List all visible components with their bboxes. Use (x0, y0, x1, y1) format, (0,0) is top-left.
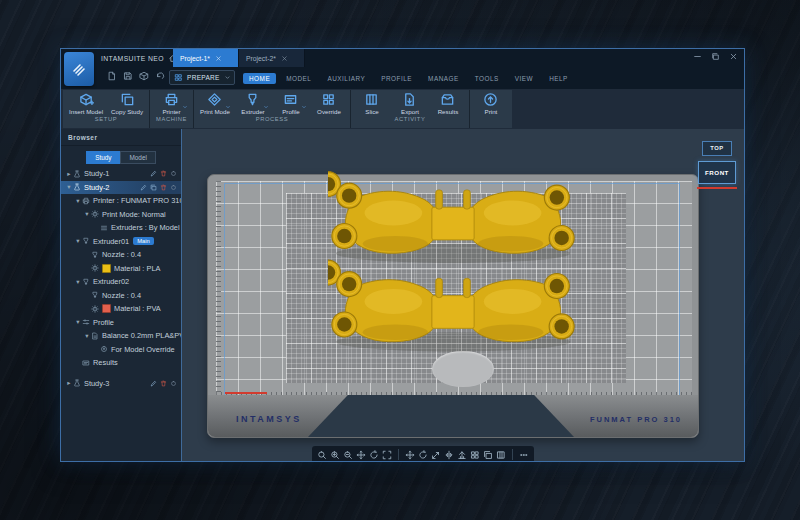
results-button[interactable]: Results (433, 92, 463, 115)
chevron-down-icon[interactable] (263, 104, 269, 110)
tree-item-material-pva[interactable]: Material : PVA (61, 302, 181, 316)
tree-expander[interactable]: ▾ (74, 318, 82, 326)
project-tab-2[interactable]: Project-2* (239, 49, 305, 67)
copy-study-button[interactable]: Copy Study (111, 92, 143, 115)
delete-action-icon[interactable] (160, 170, 167, 177)
export-button[interactable]: Export (395, 92, 425, 115)
tree-item-printer-funmat-pro-310[interactable]: ▾Printer : FUNMAT PRO 310 (61, 194, 181, 208)
project-tab-label: Project-1* (180, 55, 210, 62)
tree-item-study-3[interactable]: ▸Study-3 (61, 377, 181, 391)
menu-item-auxiliary[interactable]: AUXILIARY (321, 73, 371, 84)
rotate-view-button[interactable] (369, 450, 379, 460)
support-button[interactable] (457, 450, 467, 460)
tree-item-extruder02[interactable]: ▾Extruder02 (61, 275, 181, 289)
arrange-button[interactable] (470, 450, 480, 460)
menu-item-tools[interactable]: TOOLS (469, 73, 505, 84)
print-button[interactable]: Print (476, 92, 506, 115)
edit-action-icon[interactable] (140, 184, 147, 191)
fit-view-button[interactable] (382, 450, 392, 460)
insert-model-button[interactable]: Insert Model (69, 92, 103, 115)
viewport-toolbar (312, 446, 534, 461)
viewport-3d[interactable]: INTAMSYS FUNMAT PRO 310 (181, 129, 744, 461)
override-button[interactable]: Override (314, 92, 344, 115)
tree-item-balance-0-2mm-pla-pva[interactable]: ▾Balance 0.2mm PLA&PVA (61, 329, 181, 343)
clone-button[interactable] (483, 450, 493, 460)
browser-tab-model[interactable]: Model (120, 151, 155, 164)
menu-item-model[interactable]: MODEL (280, 73, 317, 84)
tree-expander[interactable]: ▾ (74, 278, 82, 286)
print-mode-button[interactable]: Print Mode (200, 92, 230, 115)
tree-expander[interactable]: ▾ (83, 210, 91, 218)
tree-item-profile[interactable]: ▾Profile (61, 316, 181, 330)
tab-close-icon[interactable] (215, 55, 222, 62)
tree-expander[interactable]: ▾ (74, 197, 82, 205)
radio-action-icon[interactable] (170, 184, 177, 191)
prepare-grid-icon (174, 73, 183, 82)
radio-action-icon[interactable] (170, 170, 177, 177)
restore-button[interactable] (711, 52, 720, 61)
minimize-button[interactable] (693, 52, 702, 61)
close-button[interactable] (729, 52, 738, 61)
radio-action-icon[interactable] (170, 380, 177, 387)
tree-item-extruder01[interactable]: ▾Extruder01Main (61, 235, 181, 249)
tree-expander[interactable]: ▸ (65, 170, 73, 178)
zoom-in-button[interactable] (330, 450, 340, 460)
tree-item-print-mode-normal[interactable]: ▾Print Mode: Normal (61, 208, 181, 222)
printed-models[interactable] (328, 169, 578, 355)
profile-button[interactable]: Profile (276, 92, 306, 115)
viewport-tool-group (405, 450, 506, 460)
chevron-down-icon[interactable] (225, 104, 231, 110)
menu-item-home[interactable]: HOME (243, 73, 276, 84)
view-cube[interactable]: TOP FRONT (695, 141, 739, 189)
zoom-out-button[interactable] (343, 450, 353, 460)
copy-action-icon[interactable] (150, 184, 157, 191)
tree-item-nozzle-0-4[interactable]: Nozzle : 0.4 (61, 248, 181, 262)
slice-button[interactable]: Slice (357, 92, 387, 115)
toolbar-separator (512, 449, 513, 460)
printer-button[interactable]: Printer (157, 92, 187, 115)
toolbar-button-label: Extruder (241, 108, 264, 115)
edit-action-icon[interactable] (150, 170, 157, 177)
tree-expander[interactable]: ▾ (65, 183, 73, 191)
edit-action-icon[interactable] (150, 380, 157, 387)
new-project-button[interactable] (107, 71, 117, 81)
tree-item-extruders-by-model[interactable]: Extruders : By Model (61, 221, 181, 235)
view-cube-front-face[interactable]: FRONT (698, 161, 736, 184)
extruder-button[interactable]: Extruder (238, 92, 268, 115)
save-button[interactable] (123, 71, 133, 81)
align-button[interactable] (496, 450, 506, 460)
tree-item-for-model-override[interactable]: For Model Override (61, 343, 181, 357)
tab-close-icon[interactable] (281, 55, 288, 62)
project-tab-1[interactable]: Project-1* (173, 49, 239, 67)
tree-expander[interactable]: ▾ (74, 237, 82, 245)
menu-item-view[interactable]: VIEW (509, 73, 539, 84)
menu-item-help[interactable]: HELP (543, 73, 574, 84)
delete-action-icon[interactable] (160, 380, 167, 387)
tree-item-study-2[interactable]: ▾Study-2 (61, 181, 181, 195)
chevron-down-icon[interactable] (182, 104, 188, 110)
more-tools-button[interactable] (519, 450, 529, 460)
delete-action-icon[interactable] (160, 184, 167, 191)
rotate-model-button[interactable] (418, 450, 428, 460)
menu-item-profile[interactable]: PROFILE (375, 73, 418, 84)
override-icon (321, 92, 336, 107)
scale-model-button[interactable] (431, 450, 441, 460)
menu-item-manage[interactable]: MANAGE (422, 73, 465, 84)
package-button[interactable] (139, 71, 149, 81)
tree-item-nozzle-0-4[interactable]: Nozzle : 0.4 (61, 289, 181, 303)
app-logo[interactable] (64, 52, 94, 86)
mirror-model-button[interactable] (444, 450, 454, 460)
zoom-window-button[interactable] (317, 450, 327, 460)
tree-item-results[interactable]: Results (61, 356, 181, 370)
browser-tab-study[interactable]: Study (86, 151, 120, 164)
chevron-down-icon[interactable] (301, 104, 307, 110)
move-model-button[interactable] (405, 450, 415, 460)
mode-selector-dropdown[interactable]: PREPARE (169, 70, 235, 85)
tree-item-study-1[interactable]: ▸Study-1 (61, 167, 181, 181)
view-cube-top-face[interactable]: TOP (702, 141, 732, 156)
tree-item-material-pla[interactable]: Material : PLA (61, 262, 181, 276)
tree-expander[interactable]: ▸ (65, 379, 73, 387)
undo-button[interactable] (155, 71, 165, 81)
pan-button[interactable] (356, 450, 366, 460)
tree-expander[interactable]: ▾ (83, 332, 91, 340)
